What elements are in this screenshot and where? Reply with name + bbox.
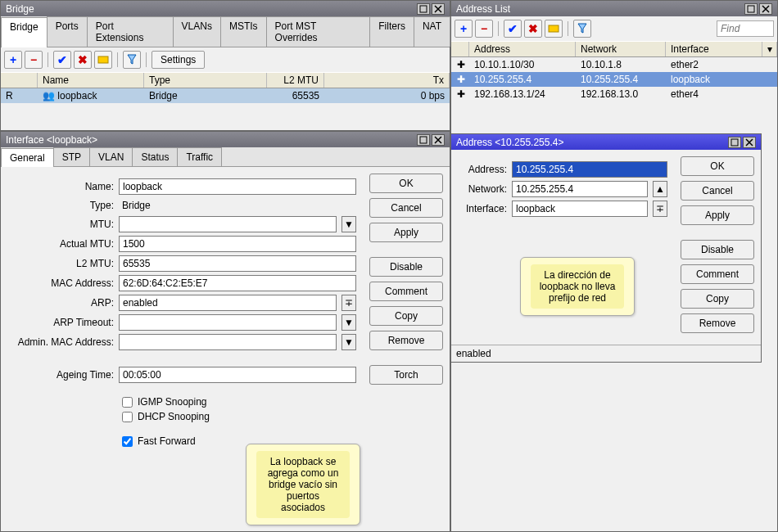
tab-vlans[interactable]: VLANs <box>173 16 221 47</box>
svg-rect-3 <box>748 6 754 12</box>
igmp-checkbox[interactable] <box>122 397 133 408</box>
settings-button[interactable]: Settings <box>152 51 205 69</box>
ageing-field[interactable] <box>119 367 356 383</box>
cancel-button[interactable]: Cancel <box>369 198 443 218</box>
table-row[interactable]: ✚ 10.10.1.10/30 10.10.1.8 ether2 <box>451 57 777 72</box>
enable-icon[interactable]: ✔ <box>53 51 71 69</box>
minimize-icon[interactable] <box>417 134 430 146</box>
comment-icon[interactable] <box>545 20 563 38</box>
table-row[interactable]: ✚ 10.255.255.4 10.255.255.4 loopback <box>451 72 777 87</box>
col-type[interactable]: Type <box>144 73 267 88</box>
enable-icon[interactable]: ✔ <box>504 20 522 38</box>
remove-icon[interactable]: − <box>475 20 493 38</box>
admin-mac-field[interactable] <box>119 334 337 350</box>
col-interface[interactable]: Interface <box>666 42 762 56</box>
find-input[interactable] <box>717 20 774 37</box>
tab-status[interactable]: Status <box>132 147 178 166</box>
svg-rect-2 <box>420 137 427 143</box>
remove-icon[interactable]: − <box>25 51 43 69</box>
tab-port-extensions[interactable]: Port Extensions <box>87 16 174 47</box>
mtu-field[interactable] <box>119 216 337 232</box>
filter-icon[interactable] <box>573 20 591 38</box>
arp-field[interactable] <box>119 295 337 311</box>
apply-button[interactable]: Apply <box>369 223 443 242</box>
close-icon[interactable] <box>759 3 772 15</box>
col-network[interactable]: Network <box>576 42 666 56</box>
row-interface: ether4 <box>666 88 777 101</box>
expand-icon[interactable]: ▼ <box>342 314 356 331</box>
interface-field[interactable] <box>512 201 648 217</box>
comment-icon[interactable] <box>94 51 112 69</box>
filter-icon[interactable] <box>123 51 141 69</box>
comment-button[interactable]: Comment <box>369 282 443 301</box>
add-icon[interactable]: + <box>4 51 22 69</box>
arp-timeout-field[interactable] <box>119 314 337 331</box>
ok-button[interactable]: OK <box>681 156 754 176</box>
add-icon[interactable]: + <box>455 20 473 38</box>
minimize-icon[interactable] <box>417 3 430 15</box>
disable-icon[interactable]: ✖ <box>74 51 92 69</box>
bridge-window: Bridge Bridge Ports Port Extensions VLAN… <box>0 0 450 131</box>
tooltip-right: La dirección de loopback no lleva prefij… <box>520 257 635 316</box>
remove-button[interactable]: Remove <box>369 331 443 350</box>
col-tx[interactable]: Tx <box>324 73 450 88</box>
address-field[interactable] <box>512 161 667 178</box>
col-l2mtu[interactable]: L2 MTU <box>267 73 324 88</box>
tab-stp[interactable]: STP <box>53 147 90 166</box>
interface-titlebar: Interface <loopback> <box>1 132 450 147</box>
copy-button[interactable]: Copy <box>369 306 443 326</box>
tab-mstis[interactable]: MSTIs <box>220 16 267 47</box>
row-name: 👥 loopback <box>38 89 144 102</box>
tab-ports[interactable]: Ports <box>47 16 88 47</box>
disable-icon[interactable]: ✖ <box>524 20 542 38</box>
minimize-icon[interactable] <box>728 137 741 148</box>
network-field[interactable] <box>512 181 648 197</box>
tab-traffic[interactable]: Traffic <box>177 147 222 166</box>
address-icon: ✚ <box>456 88 466 100</box>
cancel-button[interactable]: Cancel <box>681 181 754 201</box>
actual-mtu-field <box>119 236 356 252</box>
interface-window: Interface <loopback> General STP VLAN St… <box>0 131 450 532</box>
collapse-icon[interactable]: ▲ <box>653 181 667 197</box>
dropdown-icon[interactable]: ∓ <box>342 295 356 311</box>
dropdown-icon[interactable]: ▾ <box>762 42 777 56</box>
tooltip-text: La dirección de loopback no lleva prefij… <box>531 264 624 309</box>
tab-vlan[interactable]: VLAN <box>89 147 133 166</box>
tab-nat[interactable]: NAT <box>414 16 450 47</box>
disable-button[interactable]: Disable <box>369 257 443 277</box>
label-admin-mac: Admin. MAC Address: <box>7 336 114 348</box>
address-list-titlebar: Address List <box>451 1 777 16</box>
address-list-header: Address Network Interface ▾ <box>451 41 777 57</box>
col-name[interactable]: Name <box>38 73 144 88</box>
tab-filters[interactable]: Filters <box>369 16 414 47</box>
mac-field <box>119 275 356 291</box>
close-icon[interactable] <box>743 137 756 148</box>
disable-button[interactable]: Disable <box>681 240 754 259</box>
torch-button[interactable]: Torch <box>369 365 443 385</box>
dropdown-icon[interactable]: ∓ <box>653 201 667 217</box>
bridge-tabs: Bridge Ports Port Extensions VLANs MSTIs… <box>1 16 450 47</box>
dhcp-checkbox[interactable] <box>122 412 133 422</box>
expand-icon[interactable]: ▼ <box>342 216 356 232</box>
svg-rect-0 <box>420 6 427 12</box>
ok-button[interactable]: OK <box>369 174 443 193</box>
tab-port-mst-overrides[interactable]: Port MST Overrides <box>266 16 371 47</box>
table-row[interactable]: ✚ 192.168.13.1/24 192.168.13.0 ether4 <box>451 87 777 101</box>
close-icon[interactable] <box>432 134 445 146</box>
name-field[interactable] <box>119 178 356 195</box>
address-titlebar: Address <10.255.255.4> <box>451 134 761 150</box>
table-row[interactable]: R 👥 loopback Bridge 65535 0 bps <box>1 88 450 103</box>
copy-button[interactable]: Copy <box>681 289 754 309</box>
close-icon[interactable] <box>432 3 445 15</box>
comment-button[interactable]: Comment <box>681 264 754 284</box>
expand-icon[interactable]: ▼ <box>342 334 356 350</box>
tab-bridge[interactable]: Bridge <box>1 17 47 47</box>
apply-button[interactable]: Apply <box>681 205 754 225</box>
bridge-grid-header: Name Type L2 MTU Tx <box>1 72 450 88</box>
fastforward-checkbox[interactable] <box>122 436 133 447</box>
row-network: 192.168.13.0 <box>576 88 666 101</box>
minimize-icon[interactable] <box>744 3 758 15</box>
tab-general[interactable]: General <box>1 148 54 167</box>
col-address[interactable]: Address <box>469 42 576 56</box>
remove-button[interactable]: Remove <box>681 313 754 333</box>
